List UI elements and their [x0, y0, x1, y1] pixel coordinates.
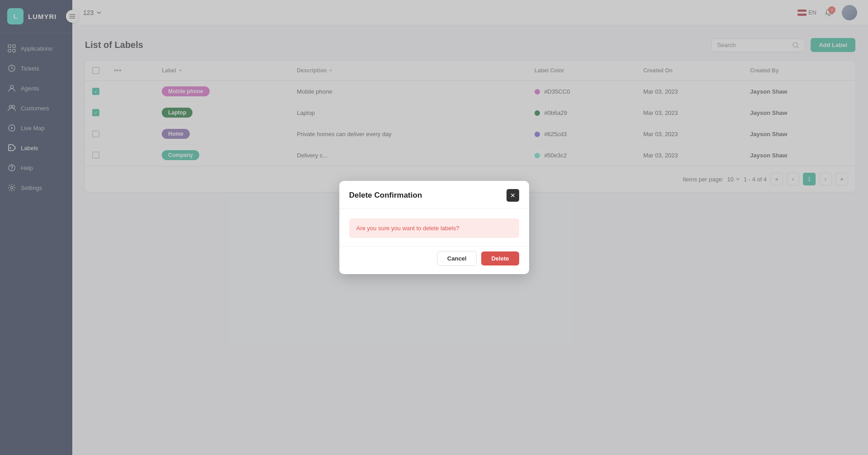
delete-confirmation-modal: Delete Confirmation ✕ Are you sure you w…: [339, 181, 529, 274]
modal-title: Delete Confirmation: [349, 191, 422, 200]
modal-overlay: Delete Confirmation ✕ Are you sure you w…: [0, 0, 868, 455]
modal-body: Are you sure you want to delete labels?: [339, 209, 529, 246]
cancel-button[interactable]: Cancel: [437, 251, 477, 266]
modal-footer: Cancel Delete: [339, 246, 529, 274]
delete-button[interactable]: Delete: [481, 251, 519, 265]
modal-header: Delete Confirmation ✕: [339, 181, 529, 209]
modal-close-button[interactable]: ✕: [507, 189, 519, 202]
modal-warning-text: Are you sure you want to delete labels?: [349, 218, 519, 238]
